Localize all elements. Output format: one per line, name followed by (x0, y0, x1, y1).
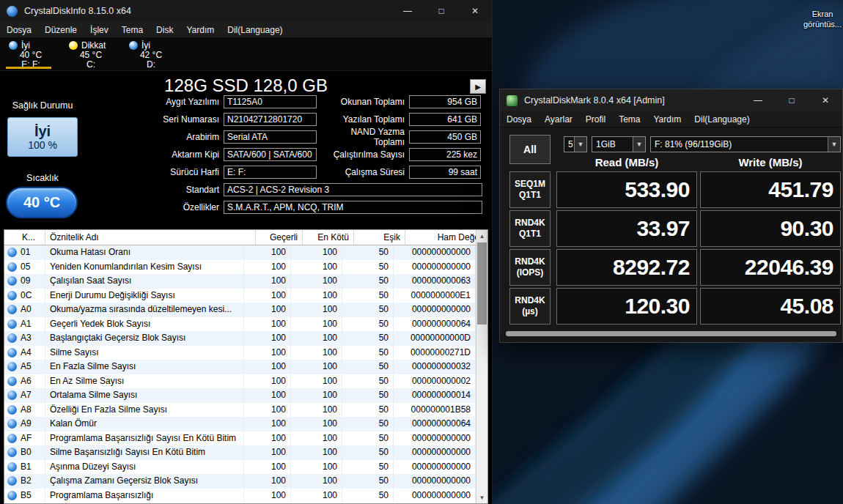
field-value: 450 GB (409, 130, 481, 144)
menu-item[interactable]: Düzenle (38, 22, 84, 38)
table-row[interactable]: 05Yeniden Konumlandırılan Kesim Sayısı10… (4, 260, 476, 275)
attribute-id: A4 (21, 346, 32, 360)
status-dot-icon (7, 476, 17, 486)
column-header[interactable]: Öznitelik Adı (45, 230, 256, 245)
field-label: Çalışma Süresi (321, 167, 409, 177)
column-header[interactable]: En Kötü (303, 230, 354, 245)
drive-status-text: Dikkat (81, 40, 106, 51)
menu-item[interactable]: Tema (115, 22, 150, 38)
cdi-titlebar[interactable]: CrystalDiskInfo 8.15.0 x64 — □ ✕ (0, 0, 492, 22)
menu-item[interactable]: Dosya (0, 22, 38, 38)
column-header[interactable]: K... (4, 230, 45, 245)
test-type-button[interactable]: RND4KQ1T1 (509, 210, 551, 247)
cdm-titlebar[interactable]: CrystalDiskMark 8.0.4 x64 [Admin] — □ ✕ (500, 89, 842, 111)
test-type-button[interactable]: SEQ1MQ1T1 (509, 171, 551, 208)
test-type-line2: Q1T1 (519, 229, 541, 240)
table-row[interactable]: B2Çalışma Zamanı Geçersiz Blok Sayısı100… (4, 474, 476, 489)
table-row[interactable]: B5Programlama Başarısızlığı1001005000000… (4, 489, 476, 503)
read-result-value[interactable]: 120.30 (556, 288, 697, 325)
column-header[interactable]: Eşik (354, 230, 405, 245)
menu-item[interactable]: Tema (612, 111, 647, 127)
attribute-name: Çalışma Zamanı Geçersiz Blok Sayısı (45, 474, 244, 489)
temperature-section-label: Sıcaklık (0, 173, 85, 183)
table-row[interactable]: A0Okuma/yazma sırasında düzeltilemeyen k… (4, 303, 476, 317)
refresh-play-button[interactable]: ▶ (470, 79, 486, 94)
drive-tab[interactable]: İyi40 °CE: F: (4, 38, 57, 70)
write-result-value[interactable]: 22046.39 (700, 249, 841, 286)
status-dot-icon (7, 248, 17, 257)
table-row[interactable]: B1Aşınma Düzeyi Sayısı100100500000000000… (4, 460, 476, 475)
scroll-up-icon[interactable]: ▲ (476, 230, 487, 242)
benchmark-row: RND4KQ1T133.9790.30 (500, 210, 842, 247)
horizontal-scrollbar[interactable] (506, 331, 836, 336)
threshold-value: 50 (342, 331, 394, 346)
menu-item[interactable]: Disk (150, 22, 180, 38)
attribute-id-cell: A3 (4, 331, 45, 346)
close-button[interactable]: ✕ (458, 0, 492, 22)
test-type-button[interactable]: RND4K(µs) (509, 288, 551, 325)
minimize-button[interactable]: — (741, 89, 775, 111)
table-row[interactable]: 0CEnerji Durumu Değişikliği Sayısı100100… (4, 289, 476, 303)
menu-item[interactable]: Yardım (180, 22, 221, 38)
maximize-button[interactable]: □ (775, 89, 809, 111)
crystaldiskinfo-window: CrystalDiskInfo 8.15.0 x64 — □ ✕ DosyaDü… (0, 0, 493, 504)
write-result-value[interactable]: 45.08 (700, 288, 841, 325)
table-row[interactable]: A7Ortalama Silme Sayısı10010050000000000… (4, 388, 476, 403)
attribute-id: 0C (21, 289, 32, 303)
table-row[interactable]: 09Çalışılan Saat Sayısı10010050000000000… (4, 274, 476, 289)
column-header[interactable]: Geçerli (256, 230, 303, 245)
attribute-name: Programlama Başarısızlığı Sayısı En Kötü… (45, 431, 244, 446)
attribute-id-cell: 05 (4, 260, 45, 275)
menu-item[interactable]: Ayarlar (538, 111, 579, 127)
table-row[interactable]: A5En Fazla Silme Sayısı10010050000000000… (4, 360, 476, 374)
close-button[interactable]: ✕ (809, 89, 842, 111)
run-all-button[interactable]: All (509, 135, 551, 164)
menu-item[interactable]: Profil (579, 111, 612, 127)
cdi-main-panel: 128G SSD 128,0 GB ▶ Sağlık Durumu İyi 10… (0, 71, 492, 229)
table-row[interactable]: A1Geçerli Yedek Blok Sayısı1001005000000… (4, 317, 476, 332)
drive-tab[interactable]: İyi42 °CD: (125, 38, 177, 70)
table-row[interactable]: A9Kalan Ömür10010050000000000064 (4, 417, 476, 431)
vertical-scrollbar[interactable]: ▲ ▼ (476, 230, 487, 503)
field-label: Yazılan Toplamı (321, 114, 409, 125)
status-dot-icon (7, 262, 17, 272)
target-drive-select[interactable]: F: 81% (96/119GiB) ▼ (650, 136, 841, 152)
chevron-down-icon[interactable]: ▼ (633, 137, 645, 152)
table-row[interactable]: AFProgramlama Başarısızlığı Sayısı En Kö… (4, 431, 476, 446)
table-row[interactable]: 01Okuma Hatası Oranı10010050000000000000 (4, 245, 476, 260)
scrollbar-thumb[interactable] (477, 242, 487, 325)
temperature-button[interactable]: 40 °C (6, 187, 78, 218)
menu-item[interactable]: Dil(Language) (688, 111, 756, 127)
table-row[interactable]: A8Özelliği En Fazla Silme Sayısı10010050… (4, 403, 476, 418)
test-count-select[interactable]: 5 ▼ (564, 136, 587, 152)
write-result-value[interactable]: 90.30 (700, 210, 841, 247)
table-row[interactable]: A4Silme Sayısı1001005000000000271D (4, 346, 476, 360)
minimize-button[interactable]: — (391, 0, 424, 22)
table-row[interactable]: B0Silme Başarısızlığı Sayısı En Kötü Bit… (4, 445, 476, 460)
menu-item[interactable]: Dosya (500, 111, 538, 127)
test-size-select[interactable]: 1GiB ▼ (592, 136, 646, 152)
chevron-down-icon[interactable]: ▼ (828, 137, 840, 152)
read-result-value[interactable]: 8292.72 (556, 249, 697, 286)
status-dot-icon (7, 291, 17, 300)
desktop-icon-screenshot-label[interactable]: Ekran görüntüs... (799, 9, 843, 30)
attribute-id: 09 (21, 274, 30, 289)
drive-tab[interactable]: Dikkat45 °CC: (65, 38, 117, 70)
health-status-button[interactable]: İyi 100 % (7, 117, 78, 157)
menu-item[interactable]: İşlev (84, 22, 115, 38)
scroll-down-icon[interactable]: ▼ (476, 492, 487, 503)
test-type-button[interactable]: RND4K(IOPS) (509, 249, 551, 286)
menu-item[interactable]: Yardım (647, 111, 688, 127)
maximize-button[interactable]: □ (424, 0, 458, 22)
table-row[interactable]: A6En Az Silme Sayısı10010050000000000002 (4, 374, 476, 389)
read-result-value[interactable]: 533.90 (556, 171, 697, 208)
table-row[interactable]: A3Başlangıçtaki Geçersiz Blok Sayısı1001… (4, 331, 476, 346)
read-result-value[interactable]: 33.97 (556, 210, 697, 247)
cdm-window-controls: — □ ✕ (741, 89, 842, 111)
threshold-value: 50 (342, 317, 394, 332)
status-dot-icon (7, 434, 17, 443)
write-result-value[interactable]: 451.79 (700, 171, 841, 208)
menu-item[interactable]: Dil(Language) (221, 22, 289, 38)
chevron-down-icon[interactable]: ▼ (574, 137, 586, 152)
worst-value: 100 (291, 274, 342, 289)
